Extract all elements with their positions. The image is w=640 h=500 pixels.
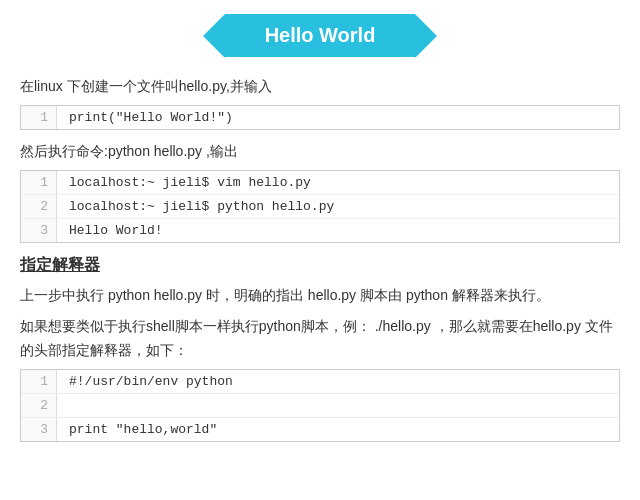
table-row: 1print("Hello World!") bbox=[21, 106, 619, 129]
line-number: 1 bbox=[21, 171, 57, 194]
line-number: 2 bbox=[21, 394, 57, 417]
table-row: 2localhost:~ jieli$ python hello.py bbox=[21, 195, 619, 219]
line-code: localhost:~ jieli$ python hello.py bbox=[57, 195, 346, 218]
banner-text: Hello World bbox=[265, 24, 376, 47]
line-number: 3 bbox=[21, 219, 57, 242]
section-heading-interpreter: 指定解释器 bbox=[20, 255, 620, 276]
code-block-1: 1print("Hello World!") bbox=[20, 105, 620, 130]
table-row: 1#!/usr/bin/env python bbox=[21, 370, 619, 394]
arrow-banner: Hello World bbox=[20, 14, 620, 57]
line-number: 1 bbox=[21, 106, 57, 129]
line-number: 3 bbox=[21, 418, 57, 441]
line-code bbox=[57, 394, 81, 402]
table-row: 2 bbox=[21, 394, 619, 418]
para-interpreter-usage: 如果想要类似于执行shell脚本一样执行python脚本，例： ./hello.… bbox=[20, 315, 620, 363]
line-code: print "hello,world" bbox=[57, 418, 229, 441]
line-number: 2 bbox=[21, 195, 57, 218]
line-number: 1 bbox=[21, 370, 57, 393]
hello-world-arrow: Hello World bbox=[225, 14, 416, 57]
line-code: localhost:~ jieli$ vim hello.py bbox=[57, 171, 323, 194]
para-interpreter-desc: 上一步中执行 python hello.py 时，明确的指出 hello.py … bbox=[20, 284, 620, 308]
table-row: 3print "hello,world" bbox=[21, 418, 619, 441]
table-row: 3Hello World! bbox=[21, 219, 619, 242]
para-run-command: 然后执行命令:python hello.py ,输出 bbox=[20, 140, 620, 164]
line-code: #!/usr/bin/env python bbox=[57, 370, 245, 393]
line-code: print("Hello World!") bbox=[57, 106, 245, 129]
code-block-3: 1#!/usr/bin/env python23print "hello,wor… bbox=[20, 369, 620, 442]
para-create-file: 在linux 下创建一个文件叫hello.py,并输入 bbox=[20, 75, 620, 99]
code-block-2: 1localhost:~ jieli$ vim hello.py2localho… bbox=[20, 170, 620, 243]
table-row: 1localhost:~ jieli$ vim hello.py bbox=[21, 171, 619, 195]
line-code: Hello World! bbox=[57, 219, 175, 242]
